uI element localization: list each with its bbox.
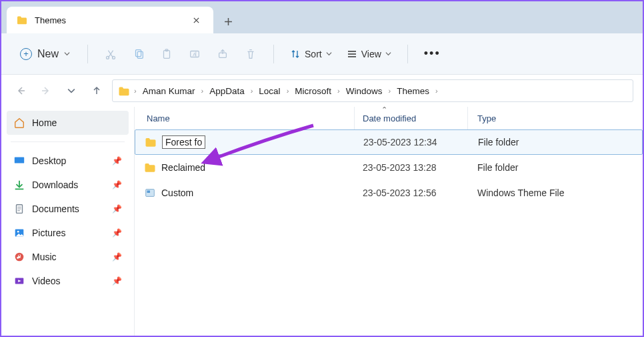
paste-icon[interactable] (155, 42, 179, 66)
address-bar[interactable]: › Aman Kumar › AppData › Local › Microso… (112, 79, 633, 102)
sort-label: Sort (305, 49, 322, 59)
svg-point-0 (107, 56, 109, 59)
sidebar-item-downloads[interactable]: Downloads 📌 (7, 173, 129, 197)
file-date: 23-05-2023 12:34 (355, 137, 469, 147)
column-header-date[interactable]: Date modified (355, 107, 468, 129)
sort-icon (290, 49, 301, 59)
sidebar-item-music[interactable]: Music 📌 (7, 245, 129, 269)
folder-icon (144, 161, 156, 174)
file-name: Custom (161, 188, 193, 198)
file-date: 23-05-2023 12:56 (355, 188, 468, 198)
column-type-label: Type (477, 113, 496, 123)
divider (11, 141, 125, 142)
svg-rect-3 (137, 51, 143, 58)
sort-indicator-icon: ⌃ (381, 105, 387, 114)
sidebar-item-pictures[interactable]: Pictures 📌 (7, 221, 129, 245)
back-button[interactable] (11, 81, 31, 101)
sidebar-item-label: Desktop (32, 155, 66, 166)
file-row[interactable]: Custom 23-05-2023 12:56 Windows Theme Fi… (135, 180, 643, 206)
content-area: Home Desktop 📌 Downloads 📌 Documents 📌 P… (1, 107, 643, 336)
rename-icon[interactable]: A (183, 42, 207, 66)
chevron-down-icon (64, 51, 70, 57)
downloads-icon (13, 179, 25, 191)
view-label: View (361, 49, 381, 59)
breadcrumb-segment[interactable]: AppData (207, 85, 247, 97)
cut-icon[interactable] (99, 42, 123, 66)
breadcrumb-segment[interactable]: Microsoft (293, 85, 333, 97)
pictures-icon (13, 227, 25, 239)
breadcrumb-segment[interactable]: Themes (395, 85, 431, 97)
sidebar-item-label: Downloads (32, 180, 78, 190)
theme-file-icon (144, 187, 156, 199)
sidebar-item-label: Music (32, 252, 57, 262)
svg-rect-16 (147, 190, 151, 193)
view-button[interactable]: View (341, 45, 397, 63)
tab-themes[interactable]: Themes (7, 7, 213, 33)
folder-icon (118, 86, 130, 96)
divider (87, 45, 88, 63)
chevron-right-icon[interactable]: › (199, 87, 205, 95)
file-date: 23-05-2023 13:28 (355, 162, 468, 173)
recent-dropdown[interactable] (61, 81, 81, 101)
sidebar-item-documents[interactable]: Documents 📌 (7, 197, 129, 221)
close-icon[interactable] (188, 12, 204, 28)
file-list: ⌃ Name Date modified Type Forest fo 23-0… (135, 107, 643, 336)
column-headers: ⌃ Name Date modified Type (135, 107, 643, 129)
pin-icon: 📌 (112, 204, 122, 214)
tab-title: Themes (35, 15, 181, 25)
rename-input[interactable]: Forest fo (162, 135, 205, 149)
svg-rect-2 (136, 49, 141, 56)
copy-icon[interactable] (127, 42, 151, 66)
music-icon (13, 251, 25, 263)
new-button-label: New (37, 48, 59, 60)
chevron-right-icon[interactable]: › (434, 87, 439, 95)
forward-button[interactable] (36, 81, 56, 101)
svg-rect-4 (164, 50, 170, 58)
breadcrumb-segment[interactable]: Windows (344, 85, 385, 97)
sidebar-item-desktop[interactable]: Desktop 📌 (7, 149, 129, 173)
sidebar-item-label: Videos (32, 276, 61, 286)
chevron-right-icon[interactable]: › (285, 87, 291, 95)
videos-icon (13, 275, 25, 287)
file-row[interactable]: Forest fo 23-05-2023 12:34 File folder (135, 129, 643, 155)
breadcrumb-segment[interactable]: Aman Kumar (141, 85, 197, 97)
file-row[interactable]: Reclaimed 23-05-2023 13:28 File folder (135, 155, 643, 180)
chevron-right-icon[interactable]: › (336, 87, 341, 95)
svg-point-1 (113, 56, 115, 59)
new-button[interactable]: + New (13, 44, 77, 64)
file-name: Reclaimed (161, 162, 205, 173)
new-tab-button[interactable] (216, 9, 240, 33)
sidebar-item-label: Pictures (32, 228, 66, 238)
delete-icon[interactable] (239, 42, 263, 66)
share-icon[interactable] (211, 42, 235, 66)
sidebar-item-home[interactable]: Home (7, 111, 129, 135)
sort-button[interactable]: Sort (285, 45, 337, 63)
chevron-right-icon[interactable]: › (133, 87, 138, 95)
column-header-type[interactable]: Type (468, 107, 643, 129)
pin-icon: 📌 (112, 252, 122, 262)
sidebar: Home Desktop 📌 Downloads 📌 Documents 📌 P… (1, 107, 135, 336)
column-header-name[interactable]: Name (135, 107, 355, 129)
desktop-icon (13, 155, 25, 167)
svg-point-12 (17, 231, 19, 233)
more-button[interactable]: ••• (419, 47, 446, 61)
column-name-label: Name (147, 113, 170, 123)
column-date-label: Date modified (363, 113, 416, 123)
up-button[interactable] (87, 81, 107, 101)
folder-icon (145, 136, 157, 148)
pin-icon: 📌 (112, 228, 122, 238)
pin-icon: 📌 (112, 156, 122, 165)
chevron-down-icon (385, 51, 391, 57)
divider (273, 45, 274, 63)
chevron-right-icon[interactable]: › (387, 87, 393, 95)
file-type: File folder (468, 162, 643, 173)
sidebar-item-videos[interactable]: Videos 📌 (7, 269, 129, 293)
documents-icon (13, 203, 25, 215)
svg-rect-9 (15, 157, 24, 163)
toolbar: + New A Sort View ••• (1, 33, 643, 75)
chevron-right-icon[interactable]: › (249, 87, 255, 95)
sidebar-item-label: Home (32, 117, 57, 128)
pin-icon: 📌 (112, 180, 122, 190)
breadcrumb-segment[interactable]: Local (257, 85, 282, 97)
divider (407, 45, 408, 63)
